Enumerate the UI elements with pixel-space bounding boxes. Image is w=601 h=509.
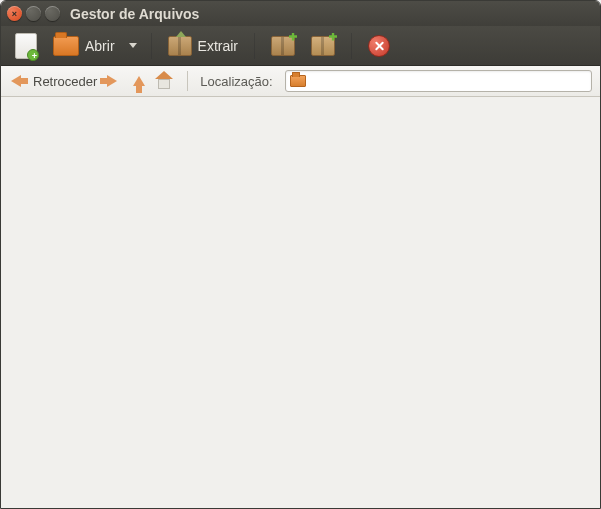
up-button[interactable]: [131, 74, 147, 88]
stop-button[interactable]: [362, 31, 396, 61]
arrow-up-icon: [133, 76, 145, 86]
titlebar[interactable]: × Gestor de Arquivos: [1, 1, 600, 26]
content-area[interactable]: [1, 97, 600, 508]
home-button[interactable]: [153, 71, 175, 91]
home-icon: [155, 73, 173, 89]
open-menu-button[interactable]: [125, 37, 141, 54]
new-archive-button[interactable]: [9, 29, 43, 63]
forward-button[interactable]: [105, 73, 119, 89]
toolbar-separator: [151, 33, 152, 59]
add-folder-icon: [311, 36, 335, 56]
location-input[interactable]: [310, 74, 587, 89]
navbar-separator: [187, 71, 188, 91]
window-controls: ×: [7, 6, 60, 21]
back-button-label: Retroceder: [33, 74, 97, 89]
open-button[interactable]: Abrir: [47, 32, 121, 60]
extract-button[interactable]: Extrair: [162, 32, 244, 60]
add-folder-button[interactable]: [305, 32, 341, 60]
folder-open-icon: [53, 36, 79, 56]
add-files-button[interactable]: [265, 32, 301, 60]
folder-icon: [290, 75, 306, 87]
add-files-icon: [271, 36, 295, 56]
maximize-window-button[interactable]: [45, 6, 60, 21]
arrow-right-icon: [107, 75, 117, 87]
archive-manager-window: × Gestor de Arquivos Abrir Extrair: [0, 0, 601, 509]
arrow-left-icon: [11, 75, 21, 87]
minimize-window-button[interactable]: [26, 6, 41, 21]
main-toolbar: Abrir Extrair: [1, 26, 600, 66]
window-title: Gestor de Arquivos: [70, 6, 199, 22]
toolbar-separator: [351, 33, 352, 59]
extract-button-label: Extrair: [198, 38, 238, 54]
location-label: Localização:: [200, 74, 272, 89]
stop-icon: [368, 35, 390, 57]
close-window-button[interactable]: ×: [7, 6, 22, 21]
navigation-bar: Retroceder Localização:: [1, 66, 600, 97]
back-button[interactable]: Retroceder: [9, 72, 99, 91]
new-document-icon: [15, 33, 37, 59]
open-button-label: Abrir: [85, 38, 115, 54]
toolbar-separator: [254, 33, 255, 59]
chevron-down-icon: [129, 43, 137, 48]
location-entry[interactable]: [285, 70, 592, 92]
extract-icon: [168, 36, 192, 56]
